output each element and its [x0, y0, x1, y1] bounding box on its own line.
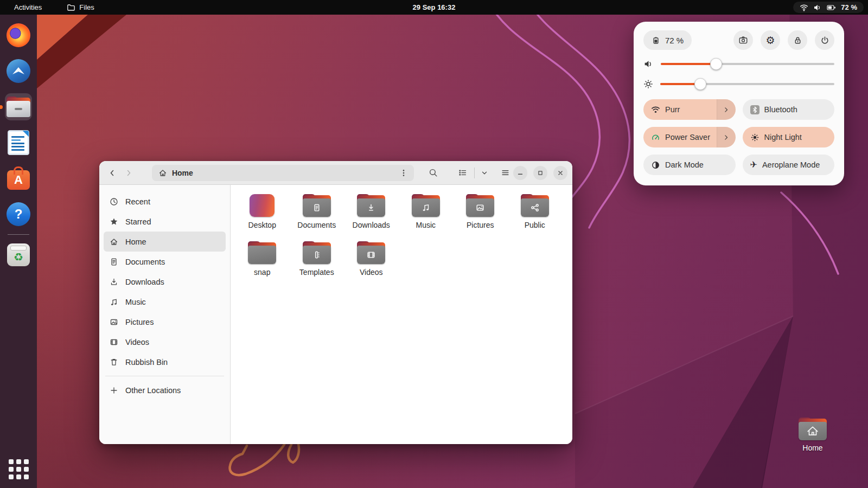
- battery-percent-label: 72 %: [841, 3, 857, 11]
- recycle-glyph: ♻: [14, 252, 23, 262]
- search-button[interactable]: [425, 165, 441, 181]
- brightness-icon: [643, 79, 653, 89]
- toggle-night-light[interactable]: Night Light: [743, 127, 835, 147]
- power-saver-settings-arrow[interactable]: [717, 127, 736, 147]
- dock-divider: [8, 234, 29, 235]
- sidebar-item-home[interactable]: Home: [104, 232, 226, 252]
- pictures-folder-icon: [466, 194, 494, 217]
- sidebar-item-starred[interactable]: Starred: [104, 211, 226, 232]
- bluetooth-icon: [750, 105, 760, 114]
- file-item-snap[interactable]: snap: [235, 240, 289, 287]
- videos-folder-icon: [357, 241, 385, 264]
- wifi-settings-arrow[interactable]: [717, 99, 736, 120]
- sidebar-item-label: Starred: [125, 217, 151, 226]
- screenshot-button[interactable]: [733, 30, 753, 50]
- main-menu-button[interactable]: [497, 165, 513, 181]
- sidebar-item-rubbish-bin[interactable]: Rubbish Bin: [104, 352, 226, 372]
- maximize-icon: [537, 169, 544, 177]
- sidebar-item-recent[interactable]: Recent: [104, 191, 226, 211]
- kebab-menu-icon: [399, 169, 408, 177]
- toggle-label: Bluetooth: [764, 105, 797, 114]
- thunderbird-icon: [7, 59, 30, 83]
- list-view-icon: [458, 168, 467, 177]
- location-options-button[interactable]: [397, 166, 411, 180]
- volume-slider-handle[interactable]: [710, 58, 722, 70]
- dock-item-help[interactable]: ?: [5, 201, 32, 228]
- file-item-templates[interactable]: Templates: [290, 240, 344, 287]
- toggle-label: Purr: [665, 105, 680, 114]
- activities-button[interactable]: Activities: [10, 2, 46, 12]
- view-options-dropdown[interactable]: [478, 165, 490, 181]
- toggle-dark-mode[interactable]: Dark Mode: [643, 155, 736, 175]
- file-name: Videos: [360, 268, 383, 277]
- path-bar[interactable]: Home: [152, 165, 414, 181]
- sidebar-item-label: Home: [125, 237, 146, 246]
- file-grid: Desktop Documents Downloads: [235, 192, 572, 287]
- close-button[interactable]: [553, 166, 567, 180]
- back-button[interactable]: [104, 165, 120, 181]
- aeroplane-icon: ✈: [750, 160, 757, 169]
- battery-percent-label: 72 %: [665, 36, 684, 45]
- dock-item-files[interactable]: [5, 93, 32, 120]
- sidebar-item-music[interactable]: Music: [104, 292, 226, 312]
- sidebar-item-downloads[interactable]: Downloads: [104, 272, 226, 292]
- sidebar-item-label: Documents: [125, 258, 165, 266]
- file-item-desktop[interactable]: Desktop: [235, 192, 289, 240]
- settings-button[interactable]: ⚙: [761, 30, 780, 50]
- maximize-button[interactable]: [533, 166, 547, 180]
- sidebar-item-documents[interactable]: Documents: [104, 252, 226, 272]
- dock: A ? ♻: [0, 15, 37, 488]
- dock-item-libreoffice-writer[interactable]: [5, 129, 32, 156]
- toggle-bluetooth[interactable]: Bluetooth: [743, 99, 835, 120]
- file-item-public[interactable]: Public: [508, 192, 562, 240]
- lock-button[interactable]: [788, 30, 807, 50]
- file-item-downloads[interactable]: Downloads: [344, 192, 398, 240]
- chevron-left-icon: [108, 169, 117, 177]
- show-applications-button[interactable]: [9, 459, 29, 479]
- desktop-home-folder[interactable]: Home: [795, 418, 831, 452]
- sidebar-divider: [105, 376, 224, 376]
- battery-status-pill[interactable]: 72 %: [643, 30, 692, 50]
- sidebar-item-videos[interactable]: Videos: [104, 332, 226, 352]
- power-button[interactable]: [815, 30, 834, 50]
- minimize-icon: [516, 169, 524, 177]
- dock-item-firefox[interactable]: [5, 22, 32, 49]
- lock-icon: [793, 36, 802, 45]
- dock-item-rubbish-bin[interactable]: ♻: [5, 241, 32, 268]
- sidebar-item-pictures[interactable]: Pictures: [104, 312, 226, 332]
- sidebar-item-other-locations[interactable]: Other Locations: [104, 380, 226, 400]
- sidebar-item-label: Rubbish Bin: [125, 358, 168, 367]
- search-icon: [429, 168, 438, 177]
- file-browser-content[interactable]: Desktop Documents Downloads: [231, 185, 572, 444]
- brightness-slider-handle[interactable]: [694, 78, 706, 90]
- system-status-area[interactable]: 72 %: [793, 2, 864, 13]
- toggle-wifi-purr[interactable]: Purr: [643, 99, 736, 120]
- home-icon: [110, 237, 118, 246]
- app-menu-files[interactable]: Files: [62, 2, 98, 13]
- night-light-icon: [750, 133, 760, 142]
- view-options-group: [454, 165, 490, 181]
- desktop-folder-icon: [250, 194, 275, 217]
- toggle-power-saver[interactable]: Power Saver: [643, 127, 736, 147]
- file-name: Music: [416, 221, 436, 229]
- file-item-documents[interactable]: Documents: [290, 192, 344, 240]
- dock-item-ubuntu-software[interactable]: A: [5, 165, 32, 192]
- file-item-pictures[interactable]: Pictures: [453, 192, 507, 240]
- brightness-slider[interactable]: [660, 83, 834, 85]
- list-view-button[interactable]: [454, 165, 470, 181]
- dock-item-thunderbird[interactable]: [5, 57, 32, 85]
- firefox-icon: [7, 23, 30, 47]
- toggle-label: Aeroplane Mode: [762, 160, 820, 169]
- file-name: Templates: [299, 268, 334, 277]
- forward-button[interactable]: [120, 165, 137, 181]
- window-titlebar[interactable]: Home: [99, 161, 572, 185]
- file-item-music[interactable]: Music: [399, 192, 453, 240]
- file-item-videos[interactable]: Videos: [344, 240, 398, 287]
- chevron-right-icon: [723, 134, 730, 141]
- music-icon: [110, 298, 118, 306]
- clock[interactable]: 29 Sep 16:32: [0, 3, 868, 11]
- volume-slider[interactable]: [661, 63, 834, 65]
- minimize-button[interactable]: [513, 166, 527, 180]
- sidebar-item-label: Videos: [125, 338, 149, 346]
- toggle-aeroplane-mode[interactable]: ✈ Aeroplane Mode: [743, 155, 835, 175]
